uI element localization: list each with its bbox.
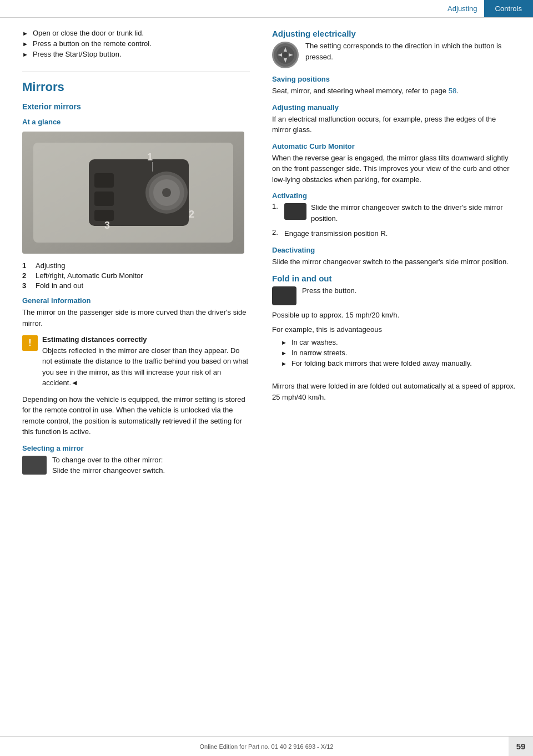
general-info-heading: General information [22, 296, 250, 305]
deactivating-heading: Deactivating [272, 246, 516, 254]
fold-bullet-text-2: In narrow streets. [291, 349, 347, 357]
bullet-item-1: ► Open or close the door or trunk lid. [22, 29, 250, 37]
selecting-mirror-heading: Selecting a mirror [22, 444, 250, 452]
warning-title: Estimating distances correctly [42, 334, 250, 345]
fold-bullet-arrow-2: ► [281, 350, 287, 356]
main-content: ► Open or close the door or trunk lid. ►… [0, 18, 533, 481]
num-3: 3 [22, 281, 33, 290]
fold-bullet-1: ► In car washes. [281, 338, 516, 346]
step-1-text: Slide the mirror changeover switch to th… [311, 202, 516, 224]
svg-point-21 [283, 52, 288, 58]
mirror-switch-icon [22, 456, 47, 475]
page-footer: Online Edition for Part no. 01 40 2 916 … [0, 736, 533, 756]
fold-button-icon [272, 286, 296, 305]
fold-bullets: ► In car washes. ► In narrow streets. ► … [281, 338, 516, 367]
svg-rect-9 [94, 191, 114, 206]
footer-text: Online Edition for Part no. 01 40 2 916 … [200, 743, 334, 750]
fold-bullet-2: ► In narrow streets. [281, 349, 516, 357]
fold-bullet-text-3: For folding back mirrors that were folde… [291, 359, 472, 367]
divider-1 [22, 72, 250, 72]
saving-positions-heading: Saving positions [272, 75, 516, 83]
step-2-text: Engage transmission position R. [284, 228, 388, 239]
fold-bullet-3: ► For folding back mirrors that were fol… [281, 359, 516, 367]
num-label-1: Adjusting [36, 261, 65, 270]
step-num-2: 2. [272, 228, 284, 236]
adj-electrically-icon [272, 42, 299, 68]
fold-bullet-arrow-1: ► [281, 339, 287, 346]
svg-rect-10 [94, 210, 114, 221]
adj-electrically-row: The setting corresponds to the direction… [272, 41, 516, 68]
left-column: ► Open or close the door or trunk lid. ►… [0, 29, 261, 481]
fold-bullet-text-1: In car washes. [291, 338, 338, 346]
mirror-control-image: 2 1 3 [22, 132, 244, 254]
step-2: 2. Engage transmission position R. [272, 228, 516, 239]
top-bullets: ► Open or close the door or trunk lid. ►… [22, 29, 250, 58]
bullet-arrow-2: ► [22, 41, 28, 47]
page-header: Adjusting Controls [0, 0, 533, 18]
right-column: Adjusting electrically The setting corre… [261, 29, 533, 481]
adj-manually-heading: Adjusting manually [272, 103, 516, 112]
fold-text1: Possible up to approx. 15 mph/20 km/h. [272, 310, 516, 321]
fold-text2: For example, this is advantageous [272, 324, 516, 335]
num-label-2: Left/right, Automatic Curb Monitor [36, 271, 143, 280]
num-1: 1 [22, 261, 33, 270]
numbered-item-2: 2 Left/right, Automatic Curb Monitor [22, 271, 250, 280]
bullet-arrow-1: ► [22, 30, 28, 37]
svg-text:2: 2 [189, 209, 194, 220]
svg-text:1: 1 [147, 152, 153, 163]
numbered-item-1: 1 Adjusting [22, 261, 250, 270]
adj-electrically-heading: Adjusting electrically [272, 29, 516, 38]
warning-text: Estimating distances correctly Objects r… [42, 334, 250, 389]
fold-final-text: Mirrors that were folded in are folded o… [272, 381, 516, 402]
depending-text: Depending on how the vehicle is equipped… [22, 394, 250, 437]
header-controls-label: Controls [484, 0, 533, 17]
svg-rect-8 [94, 173, 114, 188]
page-number: 59 [509, 736, 533, 756]
saving-positions-text: Seat, mirror, and steering wheel memory,… [272, 85, 516, 97]
general-info-text: The mirror on the passenger side is more… [22, 307, 250, 329]
deactivating-text: Slide the mirror changeover switch to th… [272, 256, 516, 268]
adj-manually-text: If an electrical malfunction occurs, for… [272, 114, 516, 135]
mirrors-title: Mirrors [22, 80, 250, 94]
warning-icon: ! [22, 335, 38, 351]
numbered-item-3: 3 Fold in and out [22, 281, 250, 290]
step-num-1: 1. [272, 202, 284, 210]
warning-box: ! Estimating distances correctly Objects… [22, 334, 250, 389]
at-a-glance-heading: At a glance [22, 118, 250, 126]
bullet-text-1: Open or close the door or trunk lid. [33, 29, 144, 37]
bullet-arrow-3: ► [22, 51, 28, 58]
num-2: 2 [22, 271, 33, 280]
step-1: 1. Slide the mirror changeover switch to… [272, 202, 516, 224]
fold-icon-text: Press the button. [302, 285, 356, 296]
selecting-mirror-row: To change over to the other mirror:Slide… [22, 455, 250, 476]
exterior-mirrors-title: Exterior mirrors [22, 102, 250, 111]
activating-heading: Activating [272, 191, 516, 200]
auto-curb-heading: Automatic Curb Monitor [272, 142, 516, 150]
header-adjusting-label: Adjusting [441, 4, 484, 13]
bullet-text-2: Press a button on the remote control. [33, 39, 152, 48]
svg-point-6 [162, 188, 171, 197]
bullet-item-2: ► Press a button on the remote control. [22, 39, 250, 48]
numbered-list: 1 Adjusting 2 Left/right, Automatic Curb… [22, 261, 250, 290]
num-label-3: Fold in and out [36, 281, 83, 290]
bullet-text-3: Press the Start/Stop button. [33, 50, 122, 58]
auto-curb-text: When the reverse gear is engaged, the mi… [272, 153, 516, 185]
fold-bullet-arrow-3: ► [281, 360, 287, 367]
fold-icon-row: Press the button. [272, 285, 516, 305]
saving-link[interactable]: 58 [449, 87, 456, 95]
svg-text:3: 3 [104, 220, 110, 231]
step-1-icon [284, 203, 306, 220]
selecting-mirror-text: To change over to the other mirror:Slide… [52, 455, 165, 476]
bullet-item-3: ► Press the Start/Stop button. [22, 50, 250, 58]
warning-body: Objects reflected in the mirror are clos… [42, 346, 248, 387]
adj-electrically-text: The setting corresponds to the direction… [305, 41, 516, 62]
fold-heading: Fold in and out [272, 274, 516, 283]
